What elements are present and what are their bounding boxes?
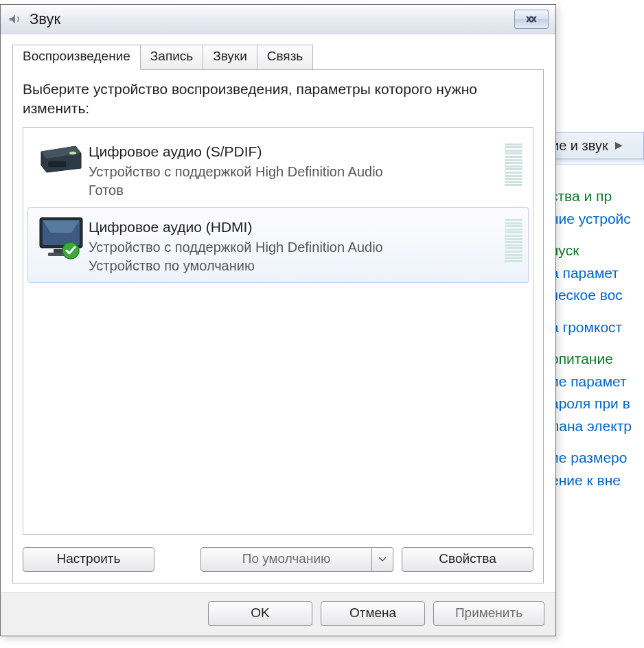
bg-link[interactable]: а парамет (551, 262, 644, 285)
set-default-button[interactable]: По умолчанию (200, 547, 372, 572)
set-default-dropdown[interactable] (372, 547, 393, 572)
chevron-right-icon: ▶ (615, 138, 623, 153)
dialog-footer: OK Отмена Применить (1, 592, 555, 636)
close-button[interactable] (514, 10, 549, 29)
bg-heading: опитание (551, 348, 644, 371)
bg-link[interactable]: ние устройс (551, 208, 644, 231)
bg-heading: ства и пр (551, 185, 644, 208)
prompt-text: Выберите устройство воспроизведения, пар… (23, 80, 533, 119)
device-name: Цифровое аудио (HDMI) (89, 218, 505, 237)
bg-link[interactable]: ие парамет (551, 371, 644, 393)
device-status: Готов (89, 181, 505, 200)
tab-2[interactable]: Звуки (203, 45, 257, 69)
configure-button[interactable]: Настроить (23, 547, 154, 572)
check-default-icon (61, 241, 80, 260)
dialog-client: ВоспроизведениеЗаписьЗвукиСвязь Выберите… (1, 34, 555, 592)
ok-button[interactable]: OK (208, 601, 312, 626)
svg-point-0 (69, 151, 76, 154)
bg-link[interactable]: ие размеро (551, 447, 644, 470)
breadcrumb-text: ие и звук (551, 135, 608, 157)
apply-button[interactable]: Применить (433, 601, 544, 626)
audio-device-icon (34, 139, 89, 174)
bg-link[interactable]: ение к вне (551, 470, 644, 492)
device-desc: Устройство с поддержкой High Definition … (89, 163, 505, 181)
device-list[interactable]: Цифровое аудио (S/PDIF)Устройство с подд… (23, 127, 533, 535)
tab-strip: ВоспроизведениеЗаписьЗвукиСвязь (12, 45, 544, 70)
device-text: Цифровое аудио (S/PDIF)Устройство с подд… (89, 139, 505, 200)
cancel-button[interactable]: Отмена (321, 601, 425, 626)
device-row[interactable]: Цифровое аудио (S/PDIF)Устройство с подд… (27, 132, 529, 207)
device-status: Устройство по умолчанию (89, 257, 505, 275)
level-meter (505, 215, 522, 262)
properties-button[interactable]: Свойства (402, 547, 533, 572)
tab-playback: Выберите устройство воспроизведения, пар… (12, 70, 544, 583)
monitor-icon (34, 215, 89, 257)
bg-link[interactable]: а громкост (551, 316, 644, 339)
svg-rect-1 (48, 161, 66, 167)
tab-3[interactable]: Связь (257, 45, 314, 69)
bg-link[interactable]: ческое вос (551, 284, 644, 307)
device-text: Цифровое аудио (HDMI)Устройство с поддер… (89, 215, 505, 275)
device-row[interactable]: Цифровое аудио (HDMI)Устройство с поддер… (27, 207, 529, 283)
tab-1[interactable]: Запись (140, 45, 203, 69)
set-default-split-button[interactable]: По умолчанию (200, 547, 393, 572)
device-desc: Устройство с поддержкой High Definition … (89, 238, 505, 257)
titlebar[interactable]: Звук (1, 5, 555, 34)
bg-link[interactable]: ароля при в (551, 393, 644, 415)
bg-heading: пуск (551, 240, 644, 262)
device-name: Цифровое аудио (S/PDIF) (89, 142, 505, 161)
speaker-icon (8, 12, 23, 27)
bg-link[interactable]: лана электр (551, 415, 644, 438)
level-meter (505, 139, 522, 187)
breadcrumb[interactable]: ие и звук ▶ (548, 132, 644, 159)
sound-dialog: Звук ВоспроизведениеЗаписьЗвукиСвязь Выб… (0, 4, 556, 636)
dialog-title: Звук (30, 10, 60, 28)
background-window: ие и звук ▶ ства и прние устройспуска па… (548, 0, 644, 648)
tab-0[interactable]: Воспроизведение (12, 45, 141, 70)
